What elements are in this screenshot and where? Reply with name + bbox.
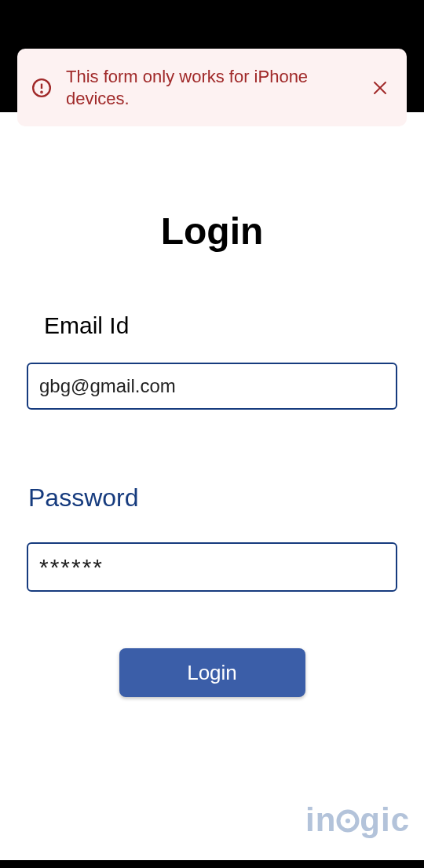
password-field[interactable] [27, 542, 397, 592]
email-field[interactable] [27, 363, 397, 410]
alert-banner: This form only works for iPhone devices. [17, 49, 407, 126]
brand-logo: ingic [305, 804, 410, 837]
page-title: Login [27, 210, 397, 253]
bottom-bar [0, 860, 424, 868]
password-label: Password [28, 483, 397, 512]
login-form: Login Email Id Password Login [0, 210, 424, 697]
alert-message: This form only works for iPhone devices. [66, 66, 355, 109]
svg-point-6 [345, 819, 350, 823]
email-label: Email Id [44, 312, 397, 339]
login-button[interactable]: Login [119, 648, 305, 697]
close-icon[interactable] [369, 77, 391, 99]
alert-icon [31, 78, 52, 98]
svg-point-2 [41, 91, 42, 92]
